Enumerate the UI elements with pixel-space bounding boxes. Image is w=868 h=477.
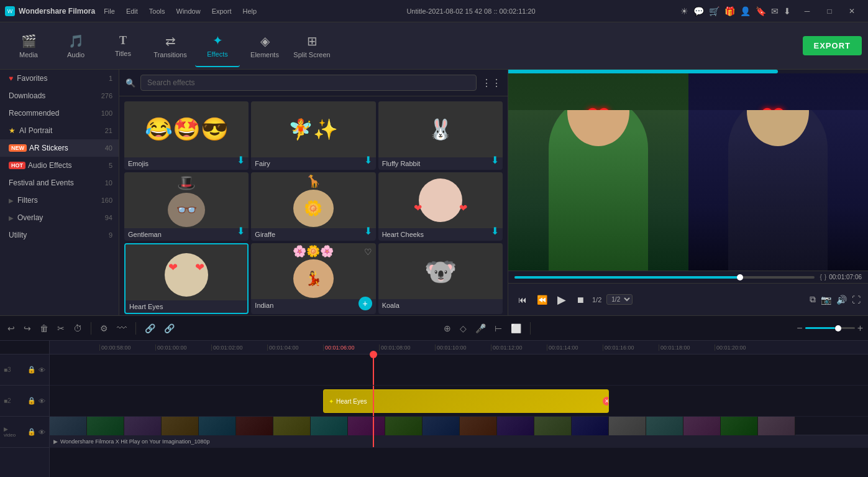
effect-card-heart-cheeks[interactable]: ❤ ❤ Heart Cheeks ⬇ (378, 172, 503, 241)
timeline-cursor[interactable] (373, 354, 374, 385)
track-3-eye-icon[interactable]: 👁 (39, 366, 45, 374)
toolbar-split-screen[interactable]: ⊞ Split Screen (290, 25, 334, 67)
step-back-button[interactable]: ⏮ (516, 294, 529, 306)
toolbar-titles[interactable]: T Titles (101, 25, 145, 67)
history-button[interactable]: ⏱ (71, 322, 85, 335)
frame-back-button[interactable]: ⏪ (534, 294, 550, 306)
effect-thumb-gentleman: 🎩 👓 (124, 172, 249, 228)
video-thumb-3 (162, 417, 199, 435)
crop-button[interactable]: ⬜ (508, 322, 524, 335)
effect-card-fairy[interactable]: 🧚✨ Fairy ⬇ (251, 101, 375, 170)
fullscreen-icon[interactable]: ⛶ (852, 295, 861, 305)
zoom-out-button[interactable]: − (797, 323, 802, 334)
download-fairy-icon[interactable]: ⬇ (364, 154, 372, 166)
ripple-button[interactable]: ⊕ (441, 322, 454, 335)
volume-icon[interactable]: 🔊 (836, 295, 847, 305)
export-button[interactable]: EXPORT (803, 36, 862, 55)
cart-icon[interactable]: 🛒 (709, 6, 720, 16)
sidebar-item-downloads[interactable]: Downloads 276 (0, 87, 119, 104)
sidebar-item-ai-portrait[interactable]: ★ AI Portrait 21 (0, 122, 119, 139)
play-button[interactable]: ▶ (555, 292, 569, 308)
download-icon[interactable]: ⬇ (783, 6, 791, 16)
mail-icon[interactable]: ✉ (771, 6, 779, 16)
toolbar-transitions[interactable]: ⇄ Transitions (148, 25, 193, 67)
download-gentleman-icon[interactable]: ⬇ (237, 225, 245, 237)
track-2-eye-icon[interactable]: 👁 (39, 397, 45, 405)
media-icon: 🎬 (21, 34, 37, 49)
magnet-button[interactable]: 🔗 (162, 322, 177, 335)
delete-button[interactable]: 🗑 (37, 322, 51, 335)
menu-export[interactable]: Export (207, 6, 237, 16)
track-3-lock-icon[interactable]: 🔒 (27, 366, 36, 374)
toolbar-audio[interactable]: 🎵 Audio (53, 25, 98, 67)
toolbar-media[interactable]: 🎬 Media (6, 25, 51, 67)
menu-tools[interactable]: Tools (144, 6, 170, 16)
grid-view-icon[interactable]: ⋮⋮ (482, 77, 501, 89)
toolbar-elements[interactable]: ◈ Elements (242, 25, 287, 67)
user-icon[interactable]: 👤 (740, 6, 751, 16)
marker-button[interactable]: ◇ (457, 322, 469, 335)
playback-rate-select[interactable]: 1/21x2x (606, 294, 633, 305)
menu-edit[interactable]: Edit (121, 6, 143, 16)
track-2-lock-icon[interactable]: 🔒 (27, 397, 36, 405)
link-button[interactable]: 🔗 (142, 322, 158, 335)
track-main-lock-icon[interactable]: 🔒 (27, 428, 36, 436)
effect-card-fluffy-rabbit[interactable]: 🐰 Fluffy Rabbit ⬇ (378, 101, 503, 170)
bookmark-icon[interactable]: 🔖 (756, 6, 766, 16)
waveform-button[interactable]: 〰 (114, 322, 129, 335)
effect-card-indian[interactable]: 🌸🌼🌸 💃 Indian ♡ + (251, 243, 375, 314)
menu-file[interactable]: File (99, 6, 120, 16)
zoom-in-button[interactable]: + (857, 323, 863, 334)
sidebar-item-audio-effects[interactable]: HOT Audio Effects 5 (0, 157, 119, 174)
download-emojis-icon[interactable]: ⬇ (237, 154, 245, 166)
effect-clip-heart-eyes[interactable]: ✦ Heart Eyes ✕ (323, 389, 609, 413)
effect-clip-close[interactable]: ✕ (603, 397, 609, 405)
download-giraffe-icon[interactable]: ⬇ (364, 225, 372, 237)
sidebar-item-filters[interactable]: ▶ Filters 160 (0, 192, 119, 209)
chat-icon[interactable]: 💬 (693, 6, 704, 16)
effect-card-koala[interactable]: 🐨 Koala (378, 243, 503, 314)
effect-card-emojis[interactable]: 😂🤩😎 Emojis ⬇ (124, 101, 249, 170)
sidebar-item-favorites[interactable]: ♥ Favorites 1 (0, 70, 119, 87)
sidebar-count-utility: 9 (109, 231, 112, 239)
sun-icon[interactable]: ☀ (680, 6, 688, 16)
add-indian-button[interactable]: + (359, 297, 372, 310)
effect-card-giraffe[interactable]: 🦒 🌼 Giraffe ⬇ (251, 172, 375, 241)
sidebar-item-overlay[interactable]: ▶ Overlay 94 (0, 209, 119, 226)
effect-card-gentleman[interactable]: 🎩 👓 Gentleman ⬇ (124, 172, 249, 241)
minimize-button[interactable]: ─ (796, 2, 818, 20)
maximize-button[interactable]: □ (818, 2, 841, 20)
menu-help[interactable]: Help (237, 6, 262, 16)
menu-window[interactable]: Window (171, 6, 206, 16)
track-main-eye-icon[interactable]: 👁 (39, 428, 45, 436)
transitions-label: Transitions (153, 51, 186, 58)
cut-button[interactable]: ✂ (55, 322, 67, 335)
stop-button[interactable]: ⏹ (573, 294, 587, 306)
close-button[interactable]: ✕ (841, 2, 863, 20)
settings-button[interactable]: ⚙ (98, 322, 111, 335)
video-thumb-9 (385, 417, 423, 435)
effect-thumb-emojis: 😂🤩😎 (124, 101, 249, 157)
video-thumb-18 (721, 417, 758, 435)
snapshot-icon[interactable]: 📷 (821, 295, 831, 305)
download-fluffy-icon[interactable]: ⬇ (491, 154, 499, 166)
sidebar-item-ar-stickers[interactable]: NEW AR Stickers 40 (0, 139, 119, 157)
sidebar-item-utility[interactable]: Utility 9 (0, 226, 119, 244)
progress-bar[interactable] (514, 276, 815, 279)
split-screen-icon: ⊞ (307, 34, 318, 49)
gift-icon[interactable]: 🎁 (724, 6, 735, 16)
toolbar-effects[interactable]: ✦ Effects (195, 25, 240, 67)
pip-icon[interactable]: ⧉ (810, 294, 816, 305)
favorite-indian-icon[interactable]: ♡ (364, 247, 372, 257)
download-heart-cheeks-icon[interactable]: ⬇ (491, 225, 499, 237)
mic-button[interactable]: 🎤 (473, 322, 488, 335)
sidebar-item-festival-events[interactable]: Festival and Events 10 (0, 174, 119, 192)
undo-button[interactable]: ↩ (5, 322, 17, 335)
search-input[interactable] (140, 75, 477, 91)
zoom-slider[interactable] (805, 327, 855, 329)
sidebar-item-recommended[interactable]: Recommended 100 (0, 104, 119, 122)
effect-card-heart-eyes[interactable]: ❤ ❤ Heart Eyes (124, 243, 249, 314)
titlebar: W Wondershare Filmora File Edit Tools Wi… (0, 0, 868, 22)
split-button[interactable]: ⊢ (492, 322, 505, 335)
redo-button[interactable]: ↪ (21, 322, 34, 335)
